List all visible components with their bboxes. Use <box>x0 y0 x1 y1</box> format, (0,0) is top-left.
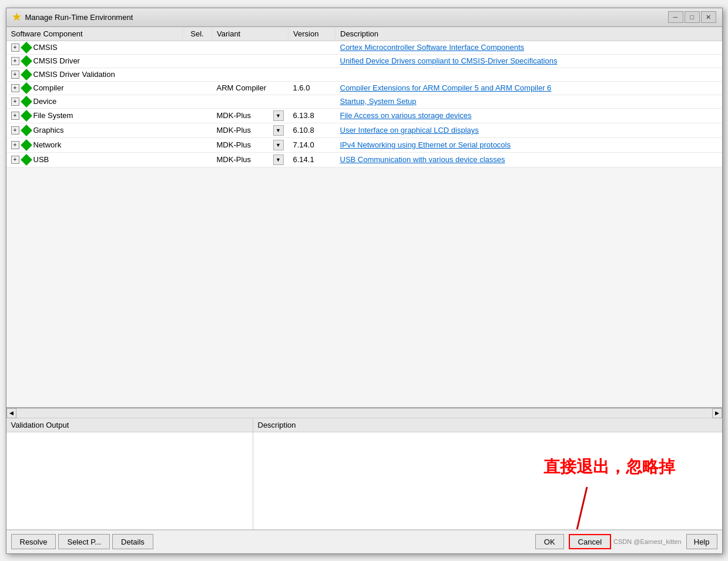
title-bar-left: Manage Run-Time Environment <box>12 12 133 22</box>
component-cell[interactable]: +Graphics <box>6 123 183 137</box>
component-cell[interactable]: +Network <box>6 137 183 152</box>
description-cell[interactable]: Cortex Microcontroller Software Interfac… <box>336 41 722 54</box>
cancel-button[interactable]: Cancel <box>569 534 611 549</box>
description-link[interactable]: File Access on various storage devices <box>340 111 472 120</box>
scroll-left-button[interactable]: ◀ <box>6 408 16 418</box>
details-button[interactable]: Details <box>112 534 153 549</box>
variant-text: MDK-Plus <box>217 140 272 149</box>
expand-icon[interactable]: + <box>11 126 19 135</box>
col-header-description: Description <box>336 27 722 41</box>
table-row[interactable]: +GraphicsMDK-Plus▼6.10.8User Interface o… <box>6 123 722 137</box>
dropdown-arrow-icon[interactable]: ▼ <box>273 154 284 165</box>
validation-panel: Validation Output <box>6 418 253 529</box>
validation-content[interactable] <box>6 432 253 529</box>
horizontal-scrollbar[interactable]: ◀ ▶ <box>6 408 722 418</box>
dropdown-arrow-icon[interactable]: ▼ <box>273 110 284 121</box>
sel-cell <box>183 81 212 95</box>
table-row[interactable]: +CMSIS Driver Validation <box>6 68 722 81</box>
component-cell[interactable]: +CMSIS <box>6 41 183 54</box>
arrow-icon <box>558 484 605 529</box>
table-row[interactable]: +NetworkMDK-Plus▼7.14.0IPv4 Networking u… <box>6 137 722 152</box>
description-cell[interactable]: IPv4 Networking using Ethernet or Serial… <box>336 137 722 152</box>
component-diamond-icon <box>22 43 31 52</box>
expand-icon[interactable]: + <box>11 98 19 106</box>
right-buttons: OK Cancel <box>535 534 611 549</box>
table-row[interactable]: +CMSIS DriverUnified Device Drivers comp… <box>6 54 722 68</box>
variant-cell[interactable]: MDK-Plus▼ <box>212 108 288 123</box>
component-cell[interactable]: +Device <box>6 95 183 108</box>
scroll-right-button[interactable]: ▶ <box>712 408 722 418</box>
col-header-sel: Sel. <box>183 27 212 41</box>
version-cell <box>288 95 336 108</box>
description-link[interactable]: Unified Device Drivers compliant to CMSI… <box>340 56 558 65</box>
description-cell[interactable] <box>336 68 722 81</box>
description-panel: Description 直接退出，忽略掉 <box>253 418 722 529</box>
description-link[interactable]: Cortex Microcontroller Software Interfac… <box>340 43 525 52</box>
description-link[interactable]: Startup, System Setup <box>340 97 417 106</box>
expand-icon[interactable]: + <box>11 112 19 120</box>
description-cell[interactable]: Compiler Extensions for ARM Compiler 5 a… <box>336 81 722 95</box>
component-cell[interactable]: +CMSIS Driver Validation <box>6 68 183 81</box>
expand-icon[interactable]: + <box>11 57 19 65</box>
help-button[interactable]: Help <box>686 534 717 549</box>
component-cell[interactable]: +CMSIS Driver <box>6 54 183 68</box>
annotation-text: 直接退出，忽略掉 <box>544 456 675 478</box>
sel-cell <box>183 137 212 152</box>
variant-cell[interactable]: ARM Compiler <box>212 81 288 95</box>
description-cell[interactable]: USB Communication with various device cl… <box>336 152 722 167</box>
sel-cell <box>183 68 212 81</box>
description-link[interactable]: IPv4 Networking using Ethernet or Serial… <box>340 140 511 149</box>
ok-button[interactable]: OK <box>535 534 564 549</box>
component-name-text: USB <box>33 155 49 164</box>
description-cell[interactable]: File Access on various storage devices <box>336 108 722 123</box>
component-cell[interactable]: +Compiler <box>6 81 183 95</box>
component-cell[interactable]: +File System <box>6 108 183 123</box>
description-link[interactable]: Compiler Extensions for ARM Compiler 5 a… <box>340 83 552 92</box>
version-cell: 6.10.8 <box>288 123 336 137</box>
expand-icon[interactable]: + <box>11 141 19 149</box>
component-cell[interactable]: +USB <box>6 152 183 167</box>
component-table-area[interactable]: Software Component Sel. Variant Version … <box>6 27 722 408</box>
select-p-button[interactable]: Select P... <box>58 534 110 549</box>
variant-cell[interactable] <box>212 54 288 68</box>
variant-cell[interactable]: MDK-Plus▼ <box>212 123 288 137</box>
expand-icon[interactable]: + <box>11 84 19 92</box>
annotation-arrow <box>544 484 605 529</box>
component-table: Software Component Sel. Variant Version … <box>6 27 722 167</box>
description-link[interactable]: User Interface on graphical LCD displays <box>340 126 479 135</box>
table-row[interactable]: +CMSISCortex Microcontroller Software In… <box>6 41 722 54</box>
validation-header: Validation Output <box>6 418 253 432</box>
maximize-button[interactable]: □ <box>685 11 700 23</box>
description-cell[interactable]: Unified Device Drivers compliant to CMSI… <box>336 54 722 68</box>
scroll-track[interactable] <box>16 409 712 418</box>
dialog-title: Manage Run-Time Environment <box>25 13 133 22</box>
variant-cell[interactable] <box>212 41 288 54</box>
sel-cell <box>183 108 212 123</box>
description-link[interactable]: USB Communication with various device cl… <box>340 155 505 164</box>
component-diamond-icon <box>22 155 31 164</box>
app-icon <box>12 12 22 22</box>
sel-cell <box>183 95 212 108</box>
description-cell[interactable]: Startup, System Setup <box>336 95 722 108</box>
close-button[interactable]: ✕ <box>701 11 716 23</box>
dropdown-arrow-icon[interactable]: ▼ <box>273 125 284 136</box>
variant-cell[interactable]: MDK-Plus▼ <box>212 137 288 152</box>
expand-icon[interactable]: + <box>11 43 19 52</box>
dropdown-arrow-icon[interactable]: ▼ <box>273 140 284 150</box>
description-content[interactable]: 直接退出，忽略掉 <box>253 432 722 529</box>
variant-cell[interactable] <box>212 68 288 81</box>
resolve-button[interactable]: Resolve <box>11 534 56 549</box>
expand-icon[interactable]: + <box>11 70 19 79</box>
table-row[interactable]: +File SystemMDK-Plus▼6.13.8File Access o… <box>6 108 722 123</box>
table-row[interactable]: +USBMDK-Plus▼6.14.1USB Communication wit… <box>6 152 722 167</box>
table-row[interactable]: +DeviceStartup, System Setup <box>6 95 722 108</box>
minimize-button[interactable]: ─ <box>668 11 683 23</box>
variant-cell[interactable] <box>212 95 288 108</box>
description-cell[interactable]: User Interface on graphical LCD displays <box>336 123 722 137</box>
sel-cell <box>183 41 212 54</box>
watermark-text: CSDN @Earnest_kitten <box>613 538 682 545</box>
expand-icon[interactable]: + <box>11 156 19 164</box>
component-diamond-icon <box>22 140 31 150</box>
table-row[interactable]: +CompilerARM Compiler1.6.0Compiler Exten… <box>6 81 722 95</box>
variant-cell[interactable]: MDK-Plus▼ <box>212 152 288 167</box>
